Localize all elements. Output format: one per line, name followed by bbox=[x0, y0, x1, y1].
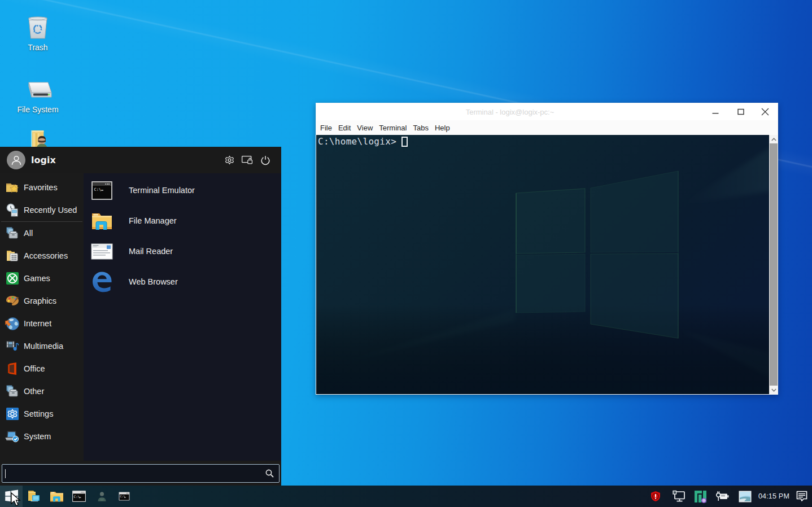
favorites-icon bbox=[5, 180, 20, 195]
taskbar-file-manager[interactable] bbox=[45, 486, 68, 507]
games-icon bbox=[5, 271, 20, 286]
menu-file[interactable]: File bbox=[319, 123, 333, 133]
terminal-titlebar[interactable]: Terminal - logix@logix-pc:~ bbox=[316, 103, 778, 120]
user-icon bbox=[10, 154, 23, 167]
all-applications-icon bbox=[5, 226, 20, 241]
category-recently-used[interactable]: Recently Used bbox=[0, 199, 84, 221]
file-system-icon bbox=[22, 78, 54, 103]
accessories-icon bbox=[5, 248, 20, 264]
file-manager-settings-icon bbox=[27, 489, 41, 504]
system-icon bbox=[5, 429, 20, 444]
taskbar-user-session[interactable] bbox=[90, 486, 113, 507]
maximize-icon bbox=[737, 108, 744, 115]
menu-edit[interactable]: Edit bbox=[337, 123, 352, 133]
mail-reader-icon bbox=[90, 240, 113, 263]
category-system[interactable]: System bbox=[0, 425, 84, 448]
menu-help[interactable]: Help bbox=[434, 123, 451, 133]
taskbar-terminal[interactable]: C:\ bbox=[68, 486, 90, 507]
graphics-icon bbox=[5, 294, 20, 309]
category-office[interactable]: Office bbox=[0, 357, 84, 380]
category-multimedia[interactable]: Multimedia bbox=[0, 335, 84, 357]
user-avatar[interactable] bbox=[7, 151, 25, 169]
desktop-icon-trash[interactable]: Trash bbox=[11, 14, 65, 52]
notifications-icon bbox=[796, 490, 808, 502]
terminal-scrollbar[interactable] bbox=[769, 135, 778, 394]
start-menu-apps: C:\ Terminal Emulator bbox=[84, 173, 281, 461]
taskbar-terminal-small[interactable]: C:\ bbox=[113, 486, 136, 507]
tray-notifications[interactable] bbox=[791, 486, 812, 507]
scroll-down-button[interactable] bbox=[770, 386, 778, 394]
wallpaper-preview-icon bbox=[739, 491, 752, 502]
username: logix bbox=[31, 155, 223, 165]
close-button[interactable] bbox=[752, 103, 778, 120]
power-icon bbox=[260, 155, 270, 165]
tray-wallpaper-preview[interactable] bbox=[739, 486, 752, 507]
file-manager-icon bbox=[90, 209, 113, 233]
terminal-menubar: File Edit View Terminal Tabs Help bbox=[316, 120, 778, 135]
terminal-taskbar-icon: C:\ bbox=[72, 489, 86, 504]
search-icon bbox=[265, 469, 274, 480]
app-web-browser[interactable]: Web Browser bbox=[84, 266, 281, 297]
lock-screen-button[interactable] bbox=[241, 152, 254, 168]
power-button[interactable] bbox=[259, 152, 272, 168]
desktop-icon-file-system[interactable]: File System bbox=[11, 78, 65, 114]
terminal-prompt: C:\home\logix> bbox=[318, 136, 396, 147]
menu-view[interactable]: View bbox=[356, 123, 374, 133]
trash-icon bbox=[24, 14, 51, 41]
start-menu: logix bbox=[0, 147, 281, 486]
multimedia-icon bbox=[5, 339, 20, 354]
tray-battery[interactable] bbox=[711, 486, 733, 507]
terminal-cursor bbox=[401, 137, 408, 147]
app-file-manager[interactable]: File Manager bbox=[84, 206, 281, 236]
category-all[interactable]: All bbox=[0, 222, 84, 244]
window-controls bbox=[702, 103, 778, 120]
taskbar: C:\ C:\ bbox=[0, 486, 812, 507]
tray-manjaro-settings[interactable] bbox=[690, 486, 711, 507]
network-icon bbox=[672, 490, 686, 502]
user-session-icon bbox=[96, 491, 108, 502]
terminal-small-icon: C:\ bbox=[119, 491, 130, 502]
category-graphics[interactable]: Graphics bbox=[0, 290, 84, 312]
settings-button[interactable] bbox=[223, 152, 235, 168]
updates-alert-icon bbox=[650, 491, 661, 502]
mouse-cursor bbox=[10, 492, 23, 507]
category-accessories[interactable]: Accessories bbox=[0, 244, 84, 267]
other-icon bbox=[5, 384, 20, 399]
terminal-window: Terminal - logix@logix-pc:~ File Edit Vi… bbox=[316, 103, 778, 395]
scroll-up-icon bbox=[771, 138, 776, 141]
category-other[interactable]: Other bbox=[0, 380, 84, 403]
lock-screen-icon bbox=[241, 154, 254, 166]
category-settings[interactable]: Settings bbox=[0, 403, 84, 425]
app-terminal-emulator[interactable]: C:\ Terminal Emulator bbox=[84, 175, 281, 206]
start-menu-header: logix bbox=[0, 147, 281, 173]
start-menu-body: Favorites Recently Used bbox=[0, 173, 281, 461]
category-games[interactable]: Games bbox=[0, 267, 84, 290]
terminal-content[interactable]: C:\home\logix> bbox=[316, 135, 778, 394]
terminal-title: Terminal - logix@logix-pc:~ bbox=[316, 103, 704, 120]
taskbar-clock[interactable]: 04:15 PM bbox=[752, 486, 791, 507]
desktop-icon-home[interactable] bbox=[11, 129, 65, 147]
file-manager-taskbar-icon bbox=[49, 489, 64, 504]
terminal-emulator-icon: C:\ bbox=[90, 179, 113, 202]
menu-tabs[interactable]: Tabs bbox=[412, 123, 429, 133]
minimize-button[interactable] bbox=[702, 103, 728, 120]
app-mail-reader[interactable]: Mail Reader bbox=[84, 236, 281, 266]
svg-text:C:\: C:\ bbox=[94, 187, 102, 191]
desktop-icon-label: File System bbox=[17, 105, 58, 114]
search-input[interactable] bbox=[2, 464, 280, 483]
taskbar-file-manager-settings[interactable] bbox=[23, 486, 45, 507]
tray-network[interactable] bbox=[667, 486, 690, 507]
menu-terminal[interactable]: Terminal bbox=[378, 123, 408, 133]
tray-updates-alert[interactable] bbox=[644, 486, 667, 507]
maximize-button[interactable] bbox=[728, 103, 753, 120]
text-caret bbox=[5, 469, 6, 478]
scroll-down-icon bbox=[771, 388, 776, 392]
web-browser-icon bbox=[90, 270, 113, 294]
internet-icon bbox=[5, 316, 20, 331]
scroll-up-button[interactable] bbox=[770, 135, 778, 143]
terminal-background bbox=[316, 135, 770, 394]
category-internet[interactable]: Internet bbox=[0, 312, 84, 335]
category-favorites[interactable]: Favorites bbox=[0, 176, 84, 199]
start-menu-categories: Favorites Recently Used bbox=[0, 173, 84, 461]
battery-icon bbox=[715, 490, 730, 502]
